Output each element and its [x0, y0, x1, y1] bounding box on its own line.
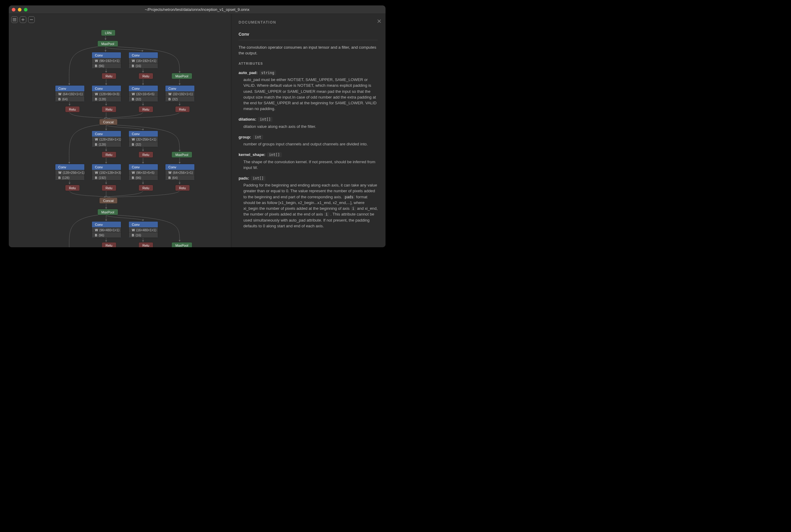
node-weight: W⟨96×32×5×5⟩ [129, 170, 158, 175]
conv-node[interactable]: Conv W⟨128×96×3×3⟩ B⟨128⟩ [92, 85, 121, 102]
relu-node[interactable]: Relu [138, 185, 153, 191]
documentation-panel: DOCUMENTATION Conv The convolution opera… [231, 14, 385, 247]
concat-node[interactable]: Concat [99, 119, 118, 125]
attr-dilations: dilations: int[] dilation value along ea… [239, 116, 378, 129]
conv-node[interactable]: Conv W⟨96×32×5×5⟩ B⟨96⟩ [129, 164, 158, 180]
node-bias: B⟨128⟩ [55, 175, 84, 180]
conv-node[interactable]: Conv W⟨128×256×1×1⟩ B⟨128⟩ [92, 131, 121, 147]
relu-node[interactable]: Relu [101, 73, 116, 79]
node-bias: B⟨96⟩ [129, 175, 158, 180]
doc-attrs-header: ATTRIBUTES [239, 61, 378, 66]
node-weight: W⟨32×16×5×5⟩ [129, 91, 158, 96]
conv-node[interactable]: Conv W⟨16×192×1×1⟩ B⟨16⟩ [129, 52, 158, 69]
node-header: Conv [129, 222, 158, 227]
node-header: Conv [129, 86, 158, 91]
conv-node[interactable]: Conv W⟨64×192×1×1⟩ B⟨64⟩ [55, 85, 84, 102]
node-bias: B⟨16⟩ [129, 63, 158, 68]
conv-node[interactable]: Conv W⟨32×192×1×1⟩ B⟨32⟩ [165, 85, 195, 102]
close-panel-button[interactable] [377, 18, 381, 25]
attr-body: The shape of the convolution kernel. If … [239, 159, 378, 170]
conv-node[interactable]: Conv W⟨16×480×1×1⟩ B⟨16⟩ [129, 221, 158, 238]
node-bias: B⟨64⟩ [165, 175, 194, 180]
relu-node[interactable]: Relu [101, 106, 116, 112]
node-header: Conv [165, 164, 194, 170]
node-weight: W⟨64×192×1×1⟩ [55, 91, 84, 96]
maxpool-node[interactable]: MaxPool [171, 73, 192, 79]
relu-node[interactable]: Relu [138, 106, 153, 112]
attr-type: int[] [267, 152, 282, 157]
attr-type: int[] [251, 176, 265, 181]
node-header: Conv [92, 164, 121, 170]
code-pads: pads [343, 195, 355, 199]
zoom-window-button[interactable] [24, 8, 27, 12]
doc-description: The convolution operator consumes an inp… [239, 44, 378, 56]
relu-node[interactable]: Relu [138, 151, 153, 158]
attr-name: dilations: [239, 117, 257, 121]
relu-node[interactable]: Relu [101, 242, 116, 247]
node-weight: W⟨128×256×1×1⟩ [55, 170, 84, 175]
graph-canvas[interactable]: LRN MaxPool Conv W⟨96×192×1×1⟩ B⟨96⟩ Con… [9, 14, 231, 247]
node-weight: W⟨128×96×3×3⟩ [92, 91, 121, 96]
minimize-window-button[interactable] [18, 8, 21, 12]
attr-kernel-shape: kernel_shape: int[] The shape of the con… [239, 152, 378, 170]
node-bias: B⟨32⟩ [129, 142, 158, 147]
concat-node[interactable]: Concat [99, 197, 118, 204]
node-bias: B⟨64⟩ [55, 96, 84, 101]
relu-node[interactable]: Relu [175, 106, 190, 112]
attr-type: string [260, 71, 276, 75]
app-window: ~/Projects/netron/test/data/onnx/incepti… [9, 5, 385, 247]
conv-node[interactable]: Conv W⟨32×256×1×1⟩ B⟨32⟩ [129, 131, 158, 147]
relu-node[interactable]: Relu [101, 185, 116, 191]
app-body: LRN MaxPool Conv W⟨96×192×1×1⟩ B⟨96⟩ Con… [9, 14, 385, 247]
attr-body: dilation value along each axis of the fi… [239, 124, 378, 129]
zoom-in-button[interactable] [20, 16, 26, 23]
attr-type: int [253, 135, 263, 140]
node-bias: B⟨16⟩ [129, 232, 158, 238]
window-controls [12, 8, 27, 12]
node-weight: W⟨192×128×3×3⟩ [92, 170, 121, 175]
relu-node[interactable]: Relu [101, 151, 116, 158]
titlebar: ~/Projects/netron/test/data/onnx/incepti… [9, 5, 385, 14]
minus-icon [30, 18, 33, 21]
attr-body: Padding for the beginning and ending alo… [239, 182, 378, 229]
zoom-out-button[interactable] [28, 16, 35, 23]
node-weight: W⟨32×192×1×1⟩ [165, 91, 194, 96]
code-i: i [351, 206, 356, 211]
conv-node[interactable]: Conv W⟨32×16×5×5⟩ B⟨32⟩ [129, 85, 158, 102]
menu-icon [13, 18, 16, 21]
node-header: Conv [92, 86, 121, 91]
lrn-node[interactable]: LRN [101, 30, 115, 36]
doc-op-name: Conv [239, 31, 378, 40]
node-bias: B⟨96⟩ [92, 232, 121, 238]
relu-node[interactable]: Relu [175, 185, 190, 191]
node-header: Conv [92, 131, 121, 137]
close-window-button[interactable] [12, 8, 15, 12]
conv-node[interactable]: Conv W⟨96×480×1×1⟩ B⟨96⟩ [92, 221, 121, 238]
conv-node[interactable]: Conv W⟨128×256×1×1⟩ B⟨128⟩ [55, 164, 84, 180]
attr-type: int[] [258, 117, 272, 122]
maxpool-node[interactable]: MaxPool [171, 151, 192, 158]
attr-pads: pads: int[] Padding for the beginning an… [239, 175, 378, 229]
conv-node[interactable]: Conv W⟨192×128×3×3⟩ B⟨192⟩ [92, 164, 121, 180]
relu-node[interactable]: Relu [138, 73, 153, 79]
maxpool-node[interactable]: MaxPool [171, 242, 192, 247]
node-header: Conv [92, 52, 121, 58]
canvas-toolbar [11, 16, 35, 23]
attr-name: kernel_shape: [239, 152, 265, 157]
attr-name: group: [239, 135, 251, 139]
node-bias: B⟨32⟩ [165, 96, 194, 101]
attr-auto-pad: auto_pad: string auto_pad must be either… [239, 70, 378, 112]
relu-node[interactable]: Relu [138, 242, 153, 247]
attr-body: auto_pad must be either NOTSET, SAME_UPP… [239, 77, 378, 112]
node-bias: B⟨128⟩ [92, 96, 121, 101]
relu-node[interactable]: Relu [65, 185, 80, 191]
conv-node[interactable]: Conv W⟨64×256×1×1⟩ B⟨64⟩ [165, 164, 195, 180]
maxpool-node[interactable]: MaxPool [97, 40, 118, 47]
node-weight: W⟨96×480×1×1⟩ [92, 227, 121, 232]
relu-node[interactable]: Relu [65, 106, 80, 112]
menu-button[interactable] [11, 16, 18, 23]
attr-name: pads: [239, 176, 249, 180]
conv-node[interactable]: Conv W⟨96×192×1×1⟩ B⟨96⟩ [92, 52, 121, 69]
plus-icon [21, 18, 25, 21]
maxpool-node[interactable]: MaxPool [97, 209, 118, 215]
